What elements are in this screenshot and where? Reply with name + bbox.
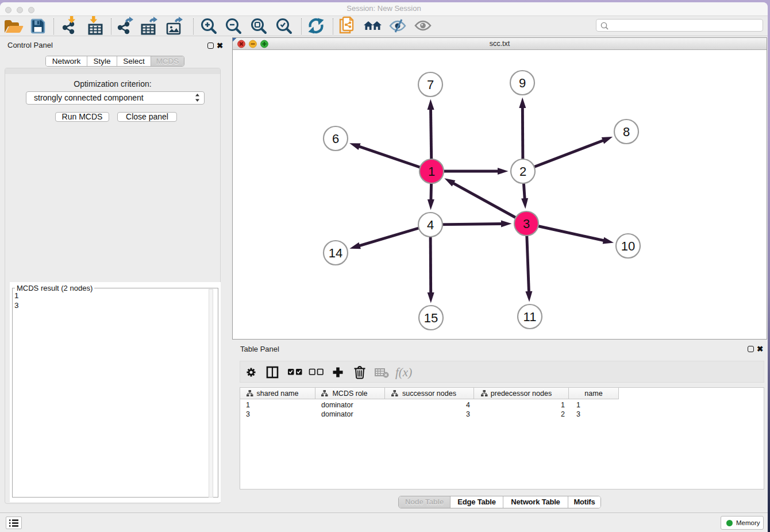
svg-text:2: 2 <box>519 164 526 179</box>
svg-text:11: 11 <box>523 310 537 324</box>
svg-text:f(x): f(x) <box>395 365 412 379</box>
svg-text:8: 8 <box>623 125 630 139</box>
svg-text:7: 7 <box>427 78 434 92</box>
svg-text:9: 9 <box>519 76 526 90</box>
svg-text:10: 10 <box>621 239 635 253</box>
svg-text:3: 3 <box>523 217 530 231</box>
svg-text:4: 4 <box>427 218 434 232</box>
svg-text:6: 6 <box>332 132 339 146</box>
svg-text:14: 14 <box>329 246 342 260</box>
svg-text:15: 15 <box>424 311 438 325</box>
svg-text:1: 1 <box>428 164 435 179</box>
